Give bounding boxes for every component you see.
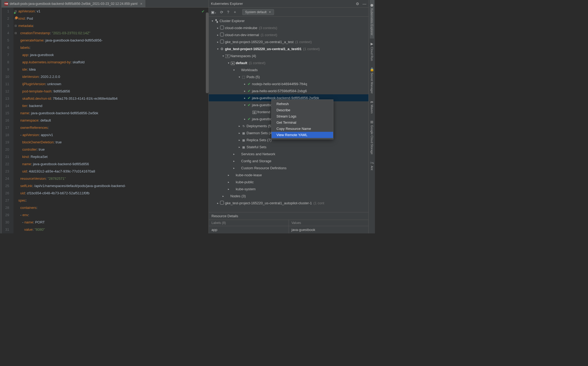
editor-tab[interactable]: YM default-pods-java-guestbook-backend-9… (2, 0, 145, 7)
minimize-icon[interactable]: — (363, 2, 366, 6)
yaml-file-icon: YM (4, 2, 8, 6)
namespace-section[interactable]: ▸Config and Storage (209, 157, 368, 164)
cluster-item[interactable]: ▸cloud-run-dev-internal(1 context) (209, 31, 368, 38)
explorer-header: Kubernetes Explorer ⚙ — (209, 0, 368, 8)
rail-ant[interactable]: 🐜Ant (369, 157, 375, 174)
namespaces-node[interactable]: ▾⠿Namespaces (4) (209, 52, 368, 59)
tab-filename: default-pods-java-guestbook-backend-9df8… (10, 2, 138, 6)
chevron-down-icon: ▼ (269, 11, 271, 13)
context-dropdown[interactable]: System default ▼ (242, 9, 274, 15)
namespace-item[interactable]: ▸kube-node-lease (209, 171, 368, 178)
cluster-item[interactable]: ▸gke_test-project-165220_us-central1_a_t… (209, 38, 368, 45)
menu-item-get-terminal[interactable]: Get Terminal (272, 119, 333, 126)
cluster-item[interactable]: ▸cloud-code-minikube(3 contexts) (209, 24, 368, 31)
rail-google-cloud-storage[interactable]: ⊞Google Cloud Storage (370, 117, 374, 158)
add-cluster-icon[interactable]: ▣₊ (211, 10, 216, 14)
editor-scrollbar[interactable] (206, 12, 208, 93)
labels-column-header[interactable]: Labels (8) (209, 220, 289, 226)
code-editor[interactable]: ▶ 12345678910111213141516171819202122232… (2, 8, 208, 233)
workload-group[interactable]: ▸▦Stateful Sets (209, 143, 368, 150)
pod-item[interactable]: ▸✔nodejs-hello-world-b46944f99-7ft4q (209, 80, 368, 87)
values-column-header[interactable]: Values (289, 220, 369, 226)
tool-window-rail: ⬢Kubernetes Explorer▶Cloud Run🔒Secret Ma… (368, 0, 375, 233)
rail-kubernetes-explorer[interactable]: ⬢Kubernetes Explorer (370, 0, 374, 39)
gutter-warning-dot[interactable] (15, 16, 18, 19)
rail-secret-manager[interactable]: 🔒Secret Manager (369, 64, 375, 97)
rail-maven[interactable]: mMaven (370, 97, 374, 117)
menu-item-copy-resource-name[interactable]: Copy Resource Name (272, 126, 333, 132)
menu-item-refresh[interactable]: Refresh (272, 101, 333, 107)
inspection-ok-icon[interactable]: ✔ (201, 9, 205, 13)
menu-item-describe[interactable]: Describe (272, 107, 333, 113)
namespace-item[interactable]: ▸kube-system (209, 185, 368, 192)
cluster-explorer-root[interactable]: ▾▚Cluster Explorer (209, 17, 368, 24)
cluster-item[interactable]: ▾⚙gke_test-project-165220_us-central1_a_… (209, 45, 368, 52)
gear-icon[interactable]: ⚙ (356, 2, 359, 6)
resource-details-panel: Resource Details Labels (8) app Values j… (209, 212, 368, 233)
editor-tab-bar: YM default-pods-java-guestbook-backend-9… (2, 0, 208, 8)
line-number-gutter: ▶ 12345678910111213141516171819202122232… (2, 8, 13, 233)
explorer-title: Kubernetes Explorer (211, 2, 243, 6)
namespace-item[interactable]: ▸kube-public (209, 178, 368, 185)
nodes-node[interactable]: ▸Nodes (3) (209, 192, 368, 199)
run-gutter-icon[interactable]: ▶ (14, 9, 16, 16)
workloads-node[interactable]: ▾Workloads (209, 66, 368, 73)
label-value: java-guestbook (289, 226, 369, 233)
context-menu: RefreshDescribeStream LogsGet TerminalCo… (271, 99, 333, 139)
menu-item-view-remote-yaml[interactable]: View Remote YAML (272, 132, 333, 138)
namespace-default[interactable]: ▾★default(1 context) (209, 59, 368, 66)
pod-item[interactable]: ▸✔java-hello-world-57598df584-2xbg6 (209, 87, 368, 94)
rail-cloud-run[interactable]: ▶Cloud Run (370, 39, 374, 64)
details-title: Resource Details (209, 212, 368, 220)
cluster-item[interactable]: ▸gke_test-project-165220_us-central1_aut… (209, 199, 368, 206)
namespace-section[interactable]: ▸Custom Resource Definitions (209, 164, 368, 171)
menu-item-stream-logs[interactable]: Stream Logs (272, 113, 333, 119)
label-key: app (209, 226, 289, 233)
refresh-icon[interactable]: ⟳ (220, 10, 223, 14)
help-icon[interactable]: ? (227, 10, 229, 14)
namespace-section[interactable]: ▸Services and Network (209, 150, 368, 157)
fold-gutter[interactable]: ⊟⊟⊟⊟ (13, 8, 18, 233)
pods-node[interactable]: ▾⬚Pods (5) (209, 73, 368, 80)
close-icon[interactable]: × (140, 2, 142, 6)
explorer-toolbar: ▣₊ ⟳ ? ＋ System default ▼ (209, 8, 368, 17)
add-icon[interactable]: ＋ (233, 10, 237, 15)
